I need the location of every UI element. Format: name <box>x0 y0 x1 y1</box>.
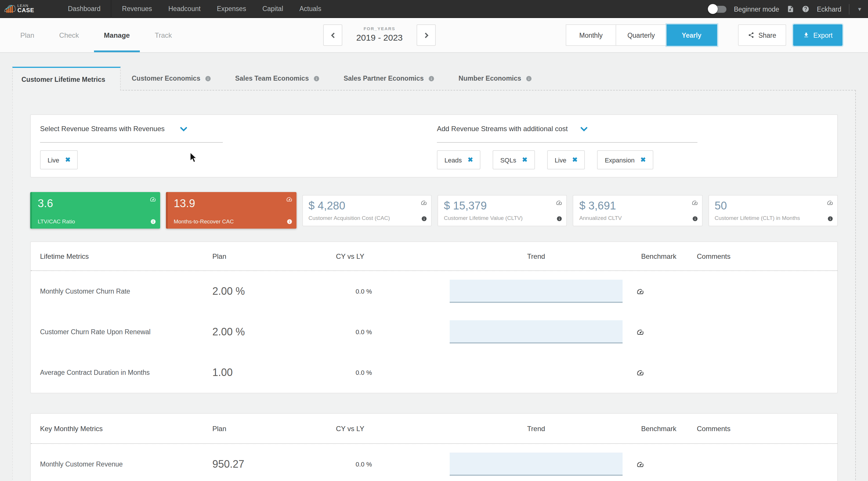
tab-track[interactable]: Track <box>152 18 175 52</box>
table-row: Customer Churn Rate Upon Renewal 2.00 % … <box>31 311 837 352</box>
info-icon[interactable] <box>151 219 156 224</box>
remove-chip-icon[interactable]: ✖ <box>522 156 527 163</box>
period-monthly-button[interactable]: Monthly <box>566 24 616 46</box>
table-title: Lifetime Metrics <box>40 252 212 260</box>
plan-value[interactable]: 950.27 <box>212 458 336 470</box>
beginner-mode-toggle[interactable] <box>709 5 726 12</box>
plan-value[interactable]: 1.00 <box>212 366 336 379</box>
plan-value[interactable]: 2.00 % <box>212 326 336 338</box>
kpi-card-ltv-cac-ratio[interactable]: 3.6 LTV/CAC Ratio <box>30 192 160 229</box>
column-benchmark: Benchmark <box>637 424 694 432</box>
previous-years-button[interactable] <box>323 24 342 46</box>
benchmark-gauge-icon <box>286 196 292 203</box>
next-years-button[interactable] <box>416 24 436 46</box>
top-navbar: LEAN CASE Dashboard Revenues Headcount E… <box>0 0 868 18</box>
remove-chip-icon[interactable]: ✖ <box>640 156 646 163</box>
period-switcher: Monthly Quarterly Yearly <box>566 24 717 46</box>
tab-sales-team-economics[interactable]: Sales Team Economics <box>235 67 320 90</box>
share-button[interactable]: Share <box>738 24 786 46</box>
table-row: Monthly Customer Revenue 950.27 0.0 % <box>31 444 837 481</box>
column-benchmark: Benchmark <box>637 252 694 260</box>
nav-item-capital[interactable]: Capital <box>262 5 283 12</box>
tab-number-economics[interactable]: Number Economics <box>459 67 532 90</box>
share-icon <box>748 32 754 38</box>
tab-plan[interactable]: Plan <box>18 18 37 52</box>
table-row: Average Contract Duration in Months 1.00… <box>31 352 837 393</box>
nav-item-revenues[interactable]: Revenues <box>122 5 152 12</box>
kpi-card-cac[interactable]: $ 4,280 Customer Acquisition Cost (CAC) <box>302 195 432 226</box>
column-cy-vs-ly: CY vs LY <box>336 252 372 260</box>
remove-chip-icon[interactable]: ✖ <box>65 156 70 163</box>
export-label: Export <box>813 32 833 38</box>
chip-leads[interactable]: Leads ✖ <box>437 150 480 170</box>
tab-sales-partner-economics[interactable]: Sales Partner Economics <box>343 67 435 90</box>
period-yearly-button[interactable]: Yearly <box>666 24 717 46</box>
benchmark-gauge-icon <box>637 369 644 376</box>
column-plan: Plan <box>212 424 336 432</box>
info-icon[interactable] <box>827 215 833 221</box>
table-header: Key Monthly Metrics Plan CY vs LY Trend … <box>31 414 837 444</box>
metrics-panel: Select Revenue Streams with Revenues Liv… <box>12 90 856 481</box>
tab-customer-lifetime-metrics[interactable]: Customer Lifetime Metrics <box>12 67 121 91</box>
user-name[interactable]: Eckhard <box>817 5 841 12</box>
chip-expansion[interactable]: Expansion ✖ <box>597 150 653 170</box>
tab-customer-economics[interactable]: Customer Economics <box>132 67 211 90</box>
app-logo[interactable]: LEAN CASE <box>4 4 51 13</box>
nav-item-dashboard[interactable]: Dashboard <box>68 5 101 12</box>
kpi-card-annualized-cltv[interactable]: $ 3,691 Annualized CLTV <box>573 195 703 226</box>
lifetime-metrics-table: Lifetime Metrics Plan CY vs LY Trend Ben… <box>30 241 838 393</box>
kpi-card-months-to-recover-cac[interactable]: 13.9 Months-to-Recover CAC <box>166 192 297 229</box>
column-trend: Trend <box>450 252 623 260</box>
info-icon <box>526 75 532 82</box>
chip-live[interactable]: Live ✖ <box>40 150 78 170</box>
add-revenue-streams-dropdown[interactable]: Add Revenue Streams with additional cost <box>437 125 588 133</box>
table-header: Lifetime Metrics Plan CY vs LY Trend Ben… <box>31 242 837 271</box>
kpi-card-cltv[interactable]: $ 15,379 Customer Lifetime Value (CLTV) <box>437 195 567 226</box>
remove-chip-icon[interactable]: ✖ <box>468 156 473 163</box>
user-menu-caret-icon[interactable]: ▼ <box>857 6 862 12</box>
info-icon <box>205 75 211 82</box>
export-button[interactable]: Export <box>793 24 843 46</box>
info-icon[interactable] <box>557 215 562 221</box>
column-comments: Comments <box>694 252 828 260</box>
help-icon[interactable] <box>802 5 809 13</box>
trend-sparkline[interactable] <box>450 453 623 476</box>
benchmark-gauge-icon <box>691 199 698 206</box>
year-range-value: 2019 - 2023 <box>348 32 411 42</box>
year-range-selector: FOR_YEARS 2019 - 2023 <box>323 24 436 46</box>
tab-manage[interactable]: Manage <box>101 18 132 52</box>
info-icon[interactable] <box>286 219 292 224</box>
info-icon <box>313 75 320 82</box>
chip-sqls[interactable]: SQLs ✖ <box>493 150 535 170</box>
benchmark-gauge-icon <box>556 199 562 206</box>
nav-item-expenses[interactable]: Expenses <box>217 5 246 12</box>
benchmark-cell[interactable] <box>637 369 694 376</box>
benchmark-cell[interactable] <box>637 328 694 336</box>
plan-value[interactable]: 2.00 % <box>212 285 336 297</box>
benchmark-cell[interactable] <box>637 288 694 295</box>
column-plan: Plan <box>212 252 336 260</box>
kpi-card-clt-months[interactable]: 50 Customer Lifetime (CLT) in Months <box>708 195 838 226</box>
chip-live[interactable]: Live ✖ <box>547 150 585 170</box>
trend-sparkline[interactable] <box>450 320 623 343</box>
remove-chip-icon[interactable]: ✖ <box>572 156 577 163</box>
select-revenue-streams-dropdown[interactable]: Select Revenue Streams with Revenues <box>40 125 187 133</box>
tab-check[interactable]: Check <box>56 18 82 52</box>
benchmark-gauge-icon <box>637 460 644 468</box>
trend-sparkline[interactable] <box>450 280 623 303</box>
benchmark-gauge-icon <box>150 196 156 203</box>
nav-item-actuals[interactable]: Actuals <box>300 5 321 12</box>
cy-vs-ly-value: 0.0 % <box>336 288 372 295</box>
benchmark-gauge-icon <box>637 328 644 336</box>
info-icon[interactable] <box>421 215 427 221</box>
nav-item-headcount[interactable]: Headcount <box>168 5 200 12</box>
logo-line2: CASE <box>18 8 34 13</box>
info-icon <box>429 75 435 82</box>
benchmark-gauge-icon <box>637 288 644 295</box>
period-quarterly-button[interactable]: Quarterly <box>616 24 666 46</box>
share-label: Share <box>758 32 776 38</box>
report-file-icon[interactable] <box>787 5 794 13</box>
chevron-down-icon <box>581 125 588 132</box>
info-icon[interactable] <box>692 215 698 221</box>
benchmark-cell[interactable] <box>637 460 694 468</box>
